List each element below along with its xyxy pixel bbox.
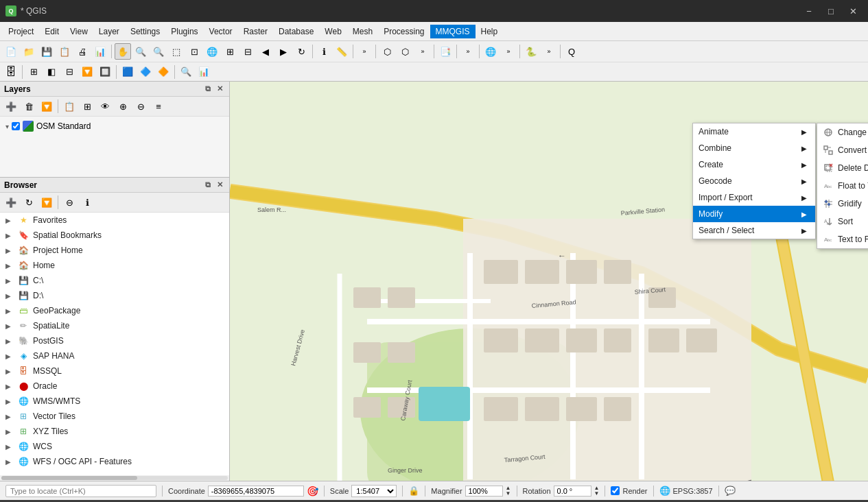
epsg-item[interactable]: 🌐 EPSG:3857 xyxy=(659,486,713,496)
menu-help[interactable]: Help xyxy=(476,25,504,38)
browser-item-wms[interactable]: ▶ 🌐 WMS/WMTS xyxy=(0,394,229,409)
magnifier-stepper[interactable]: ▲ ▼ xyxy=(506,486,511,497)
layers-expand[interactable]: ⊕ xyxy=(115,98,131,115)
locate-input[interactable] xyxy=(5,485,156,497)
tb2-select-feat[interactable]: 🔷 xyxy=(137,64,154,80)
menu-settings[interactable]: Settings xyxy=(125,25,165,38)
layers-collapse[interactable]: ⊖ xyxy=(132,98,149,115)
mmqgis-combine[interactable]: Combine ▶ xyxy=(693,140,815,156)
modify-change-projection[interactable]: Change Projection xyxy=(817,123,868,141)
tb-zoom-prev[interactable]: ◀ xyxy=(257,43,274,60)
tb2-filter[interactable]: 🔽 xyxy=(79,64,95,80)
browser-filter[interactable]: 🔽 xyxy=(38,194,55,211)
rotation-input[interactable] xyxy=(554,486,591,497)
tb-new[interactable]: 📄 xyxy=(3,43,19,60)
tb-more-5[interactable]: » xyxy=(541,43,557,60)
tb-save[interactable]: 💾 xyxy=(38,43,55,60)
menu-edit[interactable]: Edit xyxy=(39,25,64,38)
browser-item-spatial-bookmarks[interactable]: ▶ 🔖 Spatial Bookmarks xyxy=(0,228,229,243)
tb2-stats[interactable]: 📊 xyxy=(196,64,212,80)
tb-save-as[interactable]: 📋 xyxy=(56,43,73,60)
tb-zoom-next[interactable]: ▶ xyxy=(275,43,292,60)
layers-visibility[interactable]: 👁 xyxy=(97,98,113,115)
layers-filter[interactable]: 🔽 xyxy=(38,98,55,115)
tb-zoom-selection[interactable]: ⊟ xyxy=(239,43,256,60)
tb-zoom-in[interactable]: 🔍 xyxy=(132,43,149,60)
tb2-btn3[interactable]: ⊟ xyxy=(61,64,78,80)
tb-zoom-layer[interactable]: ⊞ xyxy=(222,43,238,60)
tb-more-4[interactable]: » xyxy=(500,43,517,60)
mmqgis-create[interactable]: Create ▶ xyxy=(693,156,815,173)
browser-item-spatialite[interactable]: ▶ ✏ SpatiaLite xyxy=(0,318,229,333)
browser-item-c[interactable]: ▶ 💾 C:\ xyxy=(0,273,229,288)
tb2-open-db[interactable]: 🗄 xyxy=(3,64,19,80)
tb-zoom-full[interactable]: 🌐 xyxy=(204,43,220,60)
modify-gridify[interactable]: Gridify xyxy=(817,195,868,213)
modify-convert-geometry[interactable]: Convert Geometry Type xyxy=(817,141,868,159)
tb-refresh[interactable]: ↻ xyxy=(293,43,309,60)
tb2-btn4[interactable]: 🔲 xyxy=(97,64,113,80)
tb-measure[interactable]: 📏 xyxy=(333,43,350,60)
browser-item-xyz-tiles[interactable]: ▶ ⊞ XYZ Tiles xyxy=(0,424,229,439)
tb-open[interactable]: 📁 xyxy=(21,43,37,60)
tb2-search[interactable]: 🔍 xyxy=(178,64,194,80)
close-button[interactable]: ✕ xyxy=(843,3,863,19)
browser-item-mssql[interactable]: ▶ 🗄 MSSQL xyxy=(0,363,229,379)
tb-zoom-rubber[interactable]: ⬚ xyxy=(168,43,185,60)
window-controls[interactable]: − □ ✕ xyxy=(799,3,863,19)
browser-scrollbar[interactable] xyxy=(0,475,229,481)
menu-view[interactable]: View xyxy=(64,25,93,38)
modify-delete-duplicate[interactable]: Delete Duplicate Geometries xyxy=(817,159,868,177)
browser-collapse-all[interactable]: ⊖ xyxy=(61,194,78,211)
menu-layer[interactable]: Layer xyxy=(93,25,125,38)
map-area[interactable]: Parkville Station Salem R... Harvest Dri… xyxy=(230,82,868,481)
menu-database[interactable]: Database xyxy=(273,25,319,38)
tb2-btn1[interactable]: ⊞ xyxy=(25,64,42,80)
browser-item-geopackage[interactable]: ▶ 🗃 GeoPackage xyxy=(0,303,229,318)
tb-wms[interactable]: 🌐 xyxy=(482,43,499,60)
tb-more-1[interactable]: » xyxy=(356,43,373,60)
browser-item-saphana[interactable]: ▶ ◈ SAP HANA xyxy=(0,348,229,363)
tb-more-3[interactable]: » xyxy=(460,43,476,60)
mmqgis-search-select[interactable]: Search / Select ▶ xyxy=(693,222,815,239)
modify-sort[interactable]: A bc Sort xyxy=(817,213,868,230)
browser-item-d[interactable]: ▶ 💾 D:\ xyxy=(0,288,229,303)
browser-item-home[interactable]: ▶ 🏠 Home xyxy=(0,258,229,273)
layer-visibility-checkbox[interactable] xyxy=(12,122,20,130)
tb-zoom-native[interactable]: ⊡ xyxy=(186,43,202,60)
layers-open-attr[interactable]: 📋 xyxy=(61,98,78,115)
tb2-deselect[interactable]: 🔶 xyxy=(155,64,172,80)
menu-project[interactable]: Project xyxy=(3,25,39,38)
layers-more[interactable]: ≡ xyxy=(150,98,167,115)
menu-plugins[interactable]: Plugins xyxy=(165,25,203,38)
browser-item-wfs[interactable]: ▶ 🌐 WFS / OGC API - Features xyxy=(0,454,229,469)
menu-processing[interactable]: Processing xyxy=(378,25,430,38)
browser-item-wcs[interactable]: ▶ 🌐 WCS xyxy=(0,439,229,454)
browser-float-icon[interactable]: ⧉ xyxy=(203,180,213,190)
messages-icon[interactable]: 💬 xyxy=(725,486,736,496)
browser-refresh[interactable]: ↻ xyxy=(21,194,37,211)
browser-item-vector-tiles[interactable]: ▶ ⊞ Vector Tiles xyxy=(0,409,229,424)
tb-identify[interactable]: ℹ xyxy=(316,43,332,60)
maximize-button[interactable]: □ xyxy=(821,3,841,19)
tb-zoom-out[interactable]: 🔍 xyxy=(150,43,167,60)
browser-add-resource[interactable]: ➕ xyxy=(3,194,19,211)
browser-close-icon[interactable]: ✕ xyxy=(215,180,225,190)
browser-item-postgis[interactable]: ▶ 🐘 PostGIS xyxy=(0,333,229,348)
tb-digitize1[interactable]: ⬡ xyxy=(379,43,395,60)
layers-add[interactable]: ➕ xyxy=(3,98,19,115)
mmqgis-animate[interactable]: Animate ▶ xyxy=(693,123,815,140)
layers-float-icon[interactable]: ⧉ xyxy=(203,84,213,94)
tb-python[interactable]: 🐍 xyxy=(523,43,539,60)
coordinate-input[interactable] xyxy=(208,486,304,497)
magnifier-input[interactable] xyxy=(465,486,503,497)
modify-text-to-float[interactable]: A bc Text to Float xyxy=(817,230,868,248)
minimize-button[interactable]: − xyxy=(799,3,819,19)
menu-web[interactable]: Web xyxy=(319,25,347,38)
tb-more-2[interactable]: » xyxy=(414,43,431,60)
tb-pan[interactable]: ✋ xyxy=(115,43,131,60)
layers-close-icon[interactable]: ✕ xyxy=(215,84,225,94)
menu-vector[interactable]: Vector xyxy=(204,25,238,38)
layer-item[interactable]: ▾ OSM Standard xyxy=(3,119,226,133)
tb-print[interactable]: 🖨 xyxy=(74,43,91,60)
